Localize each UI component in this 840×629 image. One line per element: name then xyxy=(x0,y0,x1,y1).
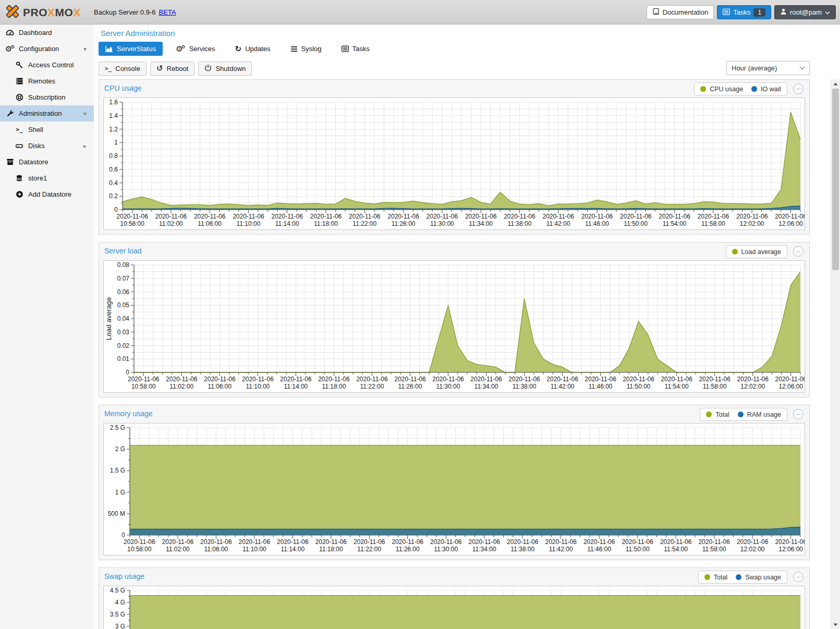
gauge-icon xyxy=(5,29,15,37)
legend-item-total[interactable]: Total xyxy=(704,574,727,581)
tab-services[interactable]: ⚙⚙ Services xyxy=(169,42,222,56)
user-menu-button[interactable]: root@pam xyxy=(774,5,836,19)
collapse-panel-icon[interactable] xyxy=(793,572,804,582)
scroll-up-arrow[interactable] xyxy=(831,79,840,88)
svg-text:2020-11-06: 2020-11-06 xyxy=(387,213,419,220)
app-title: Backup Server 0.9-6BETA xyxy=(94,8,176,16)
svg-text:2020-11-06: 2020-11-06 xyxy=(585,376,616,383)
svg-text:2020-11-06: 2020-11-06 xyxy=(242,376,274,383)
collapse-panel-icon[interactable] xyxy=(793,409,804,419)
sidebar-item-subscription[interactable]: Subscription xyxy=(0,89,94,105)
key-icon xyxy=(15,61,24,69)
legend-dot xyxy=(738,412,744,417)
cpu-usage-chart: 00.20.40.60.811.21.41.62020-11-0610:58:0… xyxy=(103,98,805,230)
svg-text:2020-11-06: 2020-11-06 xyxy=(699,376,731,383)
svg-text:11:50:00: 11:50:00 xyxy=(626,546,650,553)
svg-text:1.4: 1.4 xyxy=(109,112,118,119)
sidebar-item-administration[interactable]: Administration ▾ xyxy=(0,105,94,122)
sidebar-item-store1[interactable]: store1 xyxy=(0,170,94,186)
timeframe-select[interactable]: Hour (average) xyxy=(726,61,810,75)
svg-text:1: 1 xyxy=(114,139,118,146)
svg-text:11:18:00: 11:18:00 xyxy=(319,546,343,553)
svg-text:0.08: 0.08 xyxy=(117,261,130,269)
legend: Load average xyxy=(726,245,787,258)
legend-item-io-wait[interactable]: IO wait xyxy=(751,86,781,93)
sidebar-item-dashboard[interactable]: Dashboard xyxy=(0,25,94,41)
sidebar-item-add-datastore[interactable]: Add Datastore xyxy=(0,186,94,202)
svg-text:500 M: 500 M xyxy=(108,510,125,517)
svg-text:11:26:00: 11:26:00 xyxy=(398,383,422,390)
svg-text:10:58:00: 10:58:00 xyxy=(120,220,144,227)
svg-text:11:10:00: 11:10:00 xyxy=(237,220,261,227)
legend-item-ram-usage[interactable]: RAM usage xyxy=(738,411,781,418)
svg-text:3 G: 3 G xyxy=(115,623,125,629)
svg-text:2020-11-06: 2020-11-06 xyxy=(128,376,160,383)
svg-text:11:46:00: 11:46:00 xyxy=(587,546,611,553)
console-button[interactable]: >_ Console xyxy=(99,62,147,76)
sidebar-item-disks[interactable]: Disks ▸ xyxy=(0,138,94,154)
documentation-button[interactable]: Documentation xyxy=(647,5,714,19)
svg-text:2.5 G: 2.5 G xyxy=(110,424,125,431)
tasks-button[interactable]: Tasks 1 xyxy=(717,5,771,19)
collapse-panel-icon[interactable] xyxy=(793,83,804,94)
svg-text:11:06:00: 11:06:00 xyxy=(204,546,228,553)
svg-text:11:38:00: 11:38:00 xyxy=(508,220,532,227)
svg-text:11:06:00: 11:06:00 xyxy=(208,383,232,390)
svg-text:11:10:00: 11:10:00 xyxy=(246,383,270,390)
legend: Total Swap usage xyxy=(698,571,787,584)
reboot-button[interactable]: ↺ Reboot xyxy=(150,62,195,76)
sidebar-item-access-control[interactable]: Access Control xyxy=(0,57,94,73)
svg-text:2020-11-06: 2020-11-06 xyxy=(162,538,194,546)
svg-text:11:46:00: 11:46:00 xyxy=(589,383,613,390)
svg-text:2020-11-06: 2020-11-06 xyxy=(623,376,654,383)
swap-usage-chart: 0500 M1 G1.5 G2 G2.5 G3 G3.5 G4 G4.5 G20… xyxy=(103,586,805,629)
legend-item-cpu-usage[interactable]: CPU usage xyxy=(700,86,743,93)
svg-text:11:42:00: 11:42:00 xyxy=(546,220,570,227)
svg-text:4.5 G: 4.5 G xyxy=(110,587,125,594)
collapse-panel-icon[interactable] xyxy=(793,246,804,257)
svg-text:12:02:00: 12:02:00 xyxy=(740,383,765,390)
sidebar-item-shell[interactable]: >_ Shell xyxy=(0,122,94,138)
scroll-down-arrow[interactable] xyxy=(831,620,840,629)
svg-text:2020-11-06: 2020-11-06 xyxy=(620,213,652,220)
legend-item-total[interactable]: Total xyxy=(706,411,729,418)
svg-text:2020-11-06: 2020-11-06 xyxy=(166,376,198,383)
svg-text:2020-11-06: 2020-11-06 xyxy=(280,376,312,383)
svg-text:2020-11-06: 2020-11-06 xyxy=(204,376,236,383)
shutdown-button[interactable]: Shutdown xyxy=(198,62,252,76)
legend-item-swap-usage[interactable]: Swap usage xyxy=(736,574,781,581)
svg-text:11:34:00: 11:34:00 xyxy=(469,220,493,227)
tab-bar: ServerStatus ⚙⚙ Services ↻ Updates Syslo… xyxy=(99,41,831,57)
vertical-scrollbar[interactable] xyxy=(831,79,840,629)
svg-text:2020-11-06: 2020-11-06 xyxy=(392,538,424,546)
chevron-down-icon xyxy=(825,8,830,16)
svg-text:0: 0 xyxy=(114,206,118,213)
database-icon xyxy=(15,174,24,182)
svg-text:1 G: 1 G xyxy=(115,489,125,496)
svg-text:12:02:00: 12:02:00 xyxy=(740,220,764,227)
svg-text:2020-11-06: 2020-11-06 xyxy=(468,538,500,546)
sidebar-item-configuration[interactable]: ⚙⚙ Configuration ▾ xyxy=(0,41,94,57)
tab-syslog[interactable]: Syslog xyxy=(284,42,328,56)
tab-tasks[interactable]: Tasks xyxy=(335,42,376,56)
charts-region: CPU usage CPU usage IO wait 00.20.40.60.… xyxy=(94,79,831,629)
top-bar: PROXMOX Backup Server 0.9-6BETA Document… xyxy=(0,0,840,25)
tab-serverstatus[interactable]: ServerStatus xyxy=(99,42,163,56)
svg-text:0.4: 0.4 xyxy=(109,179,118,187)
scrollbar-thumb[interactable] xyxy=(832,89,839,270)
main-content: Server Administration ServerStatus ⚙⚙ Se… xyxy=(94,25,831,629)
legend-item-load-average[interactable]: Load average xyxy=(732,248,781,256)
svg-text:2020-11-06: 2020-11-06 xyxy=(736,213,768,220)
svg-text:12:06:00: 12:06:00 xyxy=(778,220,803,227)
book-icon xyxy=(652,8,660,17)
svg-text:2020-11-06: 2020-11-06 xyxy=(775,376,805,383)
panel-title: Swap usage xyxy=(104,572,144,580)
svg-text:0: 0 xyxy=(126,369,129,376)
sidebar-item-datastore[interactable]: Datastore xyxy=(0,154,94,170)
tab-updates[interactable]: ↻ Updates xyxy=(228,41,277,57)
beta-link[interactable]: BETA xyxy=(159,8,176,16)
svg-text:11:02:00: 11:02:00 xyxy=(166,546,190,553)
sidebar-item-remotes[interactable]: Remotes xyxy=(0,73,94,89)
svg-text:2020-11-06: 2020-11-06 xyxy=(542,213,574,220)
wrench-icon xyxy=(5,110,15,117)
